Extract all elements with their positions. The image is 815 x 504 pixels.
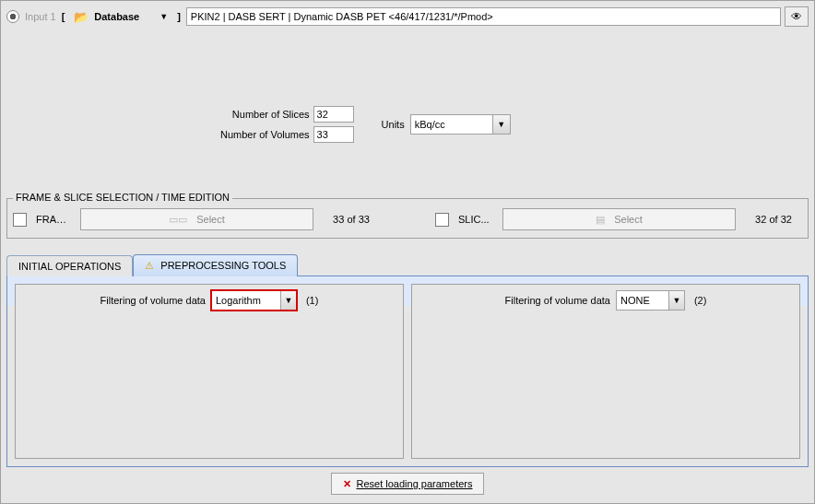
app-root: Input 1 [ 📂 Database ▼ ] 👁 Number of Sli… — [0, 0, 815, 504]
filter-panel-2: Filtering of volume data NONE ▼ (2) — [411, 284, 800, 459]
filter-panel-1: Filtering of volume data Logarithm ▼ (1) — [15, 284, 404, 459]
filter-label-1: Filtering of volume data — [100, 295, 206, 306]
volumes-input[interactable] — [313, 126, 354, 143]
units-dropdown[interactable]: kBq/cc ▼ — [410, 114, 511, 135]
header-params: Number of Slices Number of Volumes Units… — [220, 106, 809, 143]
bracket-open: [ — [62, 11, 65, 22]
caret-down-icon: ▼ — [280, 291, 296, 310]
frame-count: 33 of 33 — [323, 214, 380, 225]
reset-button-label: Reset loading parameters — [357, 478, 473, 489]
slices-label: Number of Slices — [232, 109, 310, 120]
reset-button[interactable]: ✕ Reset loading parameters — [331, 473, 485, 495]
filter-1-suffix: (1) — [306, 295, 318, 306]
frame-slice-legend: FRAME & SLICE SELECTION / TIME EDITION — [13, 192, 232, 203]
frames-icon: ▭▭ — [169, 214, 187, 226]
source-dropdown-label: Database — [94, 11, 139, 22]
filter-2-value: NONE — [617, 295, 668, 306]
tab-label: PREPROCESSING TOOLS — [160, 260, 286, 271]
input-label: Input 1 — [25, 11, 56, 22]
frame-checkbox[interactable] — [13, 213, 27, 227]
folder-open-icon: 📂 — [74, 10, 89, 24]
slice-checkbox-label: SLIC... — [458, 214, 493, 225]
filter-2-dropdown[interactable]: NONE ▼ — [616, 290, 685, 311]
filter-1-value: Logarithm — [212, 295, 280, 306]
caret-down-icon: ▼ — [159, 12, 168, 21]
slice-select-button[interactable]: ▤ Select — [502, 208, 736, 230]
dataset-path-field[interactable] — [186, 7, 781, 26]
slice-checkbox[interactable] — [435, 213, 449, 227]
frame-slice-fieldset: FRAME & SLICE SELECTION / TIME EDITION F… — [6, 198, 809, 239]
slice-select-label: Select — [614, 214, 643, 225]
source-dropdown[interactable]: 📂 Database ▼ — [70, 10, 171, 24]
volumes-label: Number of Volumes — [220, 129, 310, 140]
units-label: Units — [382, 119, 405, 130]
caret-down-icon: ▼ — [668, 291, 684, 310]
frame-checkbox-label: FRAM... — [36, 214, 71, 225]
bracket-close: ] — [177, 11, 181, 22]
filter-1-dropdown[interactable]: Logarithm ▼ — [211, 290, 297, 311]
slices-input[interactable] — [313, 106, 354, 123]
input-source-row: Input 1 [ 📂 Database ▼ ] 👁 — [6, 6, 809, 27]
filter-label-2: Filtering of volume data — [505, 295, 610, 306]
frame-select-label: Select — [196, 214, 225, 225]
input-radio[interactable] — [6, 10, 19, 23]
caret-down-icon: ▼ — [492, 115, 510, 134]
frame-select-button[interactable]: ▭▭ Select — [80, 208, 313, 230]
eye-icon: 👁 — [791, 10, 802, 23]
slices-icon: ▤ — [596, 214, 605, 226]
view-button[interactable]: 👁 — [785, 6, 809, 27]
tab-initial-operations[interactable]: INITIAL OPERATIONS — [6, 255, 133, 276]
units-value: kBq/cc — [411, 119, 492, 130]
tab-preprocessing-tools[interactable]: ⚠ PREPROCESSING TOOLS — [133, 254, 298, 276]
tabs: INITIAL OPERATIONS ⚠ PREPROCESSING TOOLS — [6, 253, 809, 275]
slice-count: 32 of 32 — [745, 214, 802, 225]
warning-icon: ⚠ — [145, 260, 154, 271]
tab-label: INITIAL OPERATIONS — [18, 261, 121, 272]
filter-2-suffix: (2) — [694, 295, 706, 306]
tab-body: Filtering of volume data Logarithm ▼ (1)… — [6, 275, 809, 467]
close-icon: ✕ — [343, 478, 351, 490]
